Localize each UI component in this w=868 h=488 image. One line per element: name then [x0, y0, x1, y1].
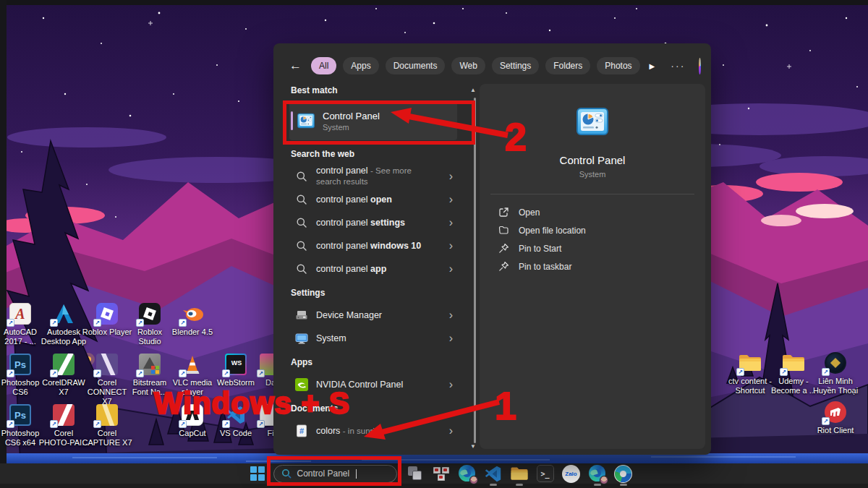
desktop-icon-label: Blender 4.5: [167, 328, 218, 337]
search-result-row[interactable]: control panel settings ›: [289, 211, 457, 234]
start-button[interactable]: [250, 466, 265, 481]
search-result-row[interactable]: System ›: [289, 327, 457, 350]
search-result-row[interactable]: Device Manager ›: [289, 304, 457, 327]
tab-all[interactable]: All: [311, 57, 336, 74]
more-filters-icon[interactable]: ▶: [647, 59, 658, 74]
search-result-row[interactable]: control panel open ›: [289, 188, 457, 211]
svg-text:#: #: [299, 427, 304, 435]
scrollbar-down-arrow[interactable]: ▼: [470, 443, 476, 450]
chevron-right-icon[interactable]: ›: [446, 171, 456, 182]
shortcut-arrow-badge: ↗: [136, 369, 144, 377]
capcut-icon: ↗: [180, 403, 205, 427]
control-panel-icon: [297, 111, 315, 130]
scrollbar-thumb[interactable]: [474, 98, 476, 443]
shortcut-arrow-badge: ↗: [257, 420, 265, 428]
search-icon: [295, 217, 308, 228]
system-icon: [295, 332, 308, 345]
taskbar-app-terminal[interactable]: >_: [535, 463, 556, 484]
overflow-menu-icon[interactable]: ···: [671, 60, 685, 72]
chevron-right-icon[interactable]: ›: [446, 379, 456, 390]
search-result-row[interactable]: control panel app ›: [289, 257, 457, 281]
tab-folders[interactable]: Folders: [545, 57, 590, 74]
folder-icon: ↗: [738, 351, 762, 374]
shortcut-arrow-badge: ↗: [222, 369, 230, 377]
shortcut-arrow-badge: ↗: [736, 368, 744, 376]
desktop-icon[interactable]: ↗Riot Client: [810, 401, 861, 435]
vscode-desktop-icon: ↗: [224, 403, 248, 427]
chevron-right-icon[interactable]: ›: [446, 240, 456, 252]
preview-title: Control Panel: [560, 154, 626, 166]
taskbar-app-file-explorer[interactable]: [509, 463, 529, 484]
section-header: Apps: [291, 357, 457, 369]
desktop-icon[interactable]: ↗Liên Minh Huyền Thoại: [810, 351, 861, 395]
photoshop-icon: Ps↗: [8, 353, 33, 376]
search-result-row[interactable]: # colors - in sunrise ›: [289, 419, 457, 442]
preview-subtitle: System: [579, 170, 606, 179]
shortcut-arrow-badge: ↗: [179, 369, 187, 377]
search-icon: [295, 240, 308, 252]
chevron-right-icon[interactable]: ›: [446, 425, 456, 437]
shortcut-arrow-badge: ↗: [50, 420, 58, 428]
corel-photo-icon: ↗: [51, 403, 76, 427]
taskbar-app-edge-profile[interactable]: [457, 463, 477, 484]
taskbar-app-unikey[interactable]: [431, 463, 451, 484]
desktop-icon[interactable]: ↗Blender 4.5: [167, 302, 218, 337]
chevron-right-icon[interactable]: ›: [446, 263, 456, 275]
colors-doc-icon: #: [295, 424, 308, 437]
lol-icon: ↗: [823, 351, 848, 374]
search-result-row[interactable]: NVIDIA Control Panel ›: [289, 373, 457, 396]
tab-web[interactable]: Web: [451, 57, 485, 74]
search-result-row[interactable]: control panel - See more search results …: [289, 165, 457, 188]
search-icon: [295, 171, 308, 182]
action-label: Pin to taskbar: [519, 262, 571, 272]
tab-documents[interactable]: Documents: [386, 57, 446, 74]
desktop-icon-label: Riot Client: [810, 426, 861, 435]
best-match-item-control-panel[interactable]: Control Panel System: [289, 101, 457, 140]
taskbar-search-value: Control Panel: [297, 468, 350, 479]
preview-action-open[interactable]: Open: [498, 203, 705, 221]
chevron-right-icon[interactable]: ›: [446, 333, 456, 344]
desktop-icon[interactable]: ↗Corel CAPTURE X7: [82, 403, 132, 448]
result-text: control panel windows 10: [316, 241, 438, 252]
shortcut-arrow-badge: ↗: [780, 368, 788, 376]
taskbar-app-zalo[interactable]: Zalo: [561, 463, 582, 484]
result-text: Device Manager: [316, 310, 438, 321]
taskbar-app-vscode[interactable]: [483, 463, 503, 484]
riot-icon: ↗: [823, 401, 848, 424]
preview-action-open-file-location[interactable]: Open file location: [498, 221, 705, 239]
desktop-icon-label: Liên Minh Huyền Thoại: [810, 377, 861, 395]
scrollbar-up-arrow[interactable]: ▲: [470, 87, 476, 93]
preview-actions: OpenOpen file locationPin to StartPin to…: [480, 194, 705, 275]
taskbar-search-box[interactable]: Control Panel: [273, 465, 397, 483]
tab-apps[interactable]: Apps: [343, 57, 378, 74]
preview-action-pin-to-taskbar[interactable]: Pin to taskbar: [498, 257, 705, 275]
chevron-right-icon[interactable]: ›: [446, 194, 456, 205]
taskbar-app-edge-profile[interactable]: [587, 463, 608, 484]
taskbar-app-coccoc[interactable]: [613, 463, 634, 484]
tab-settings[interactable]: Settings: [492, 57, 539, 74]
back-arrow-icon[interactable]: ←: [289, 59, 302, 73]
shortcut-arrow-badge: ↗: [93, 319, 101, 327]
selection-accent-bar: [291, 111, 293, 130]
tab-photos[interactable]: Photos: [597, 57, 639, 74]
chevron-right-icon[interactable]: ›: [446, 309, 456, 321]
taskbar-app-window-stack[interactable]: [405, 463, 425, 484]
result-text: NVIDIA Control Panel: [316, 380, 438, 390]
chevron-right-icon[interactable]: ›: [446, 217, 456, 228]
shortcut-arrow-badge: ↗: [257, 369, 265, 377]
roblox-studio-icon: ↗: [137, 302, 162, 325]
preview-action-pin-to-start[interactable]: Pin to Start: [498, 239, 705, 257]
result-text: System: [316, 333, 438, 344]
text-caret: [356, 469, 357, 479]
shortcut-arrow-badge: ↗: [93, 420, 101, 428]
shortcut-arrow-badge: ↗: [136, 319, 144, 327]
coreldraw-icon: ↗: [51, 353, 76, 376]
copilot-icon[interactable]: [699, 58, 701, 74]
desktop-icon-label: Corel CAPTURE X7: [82, 429, 132, 448]
folder-outline-icon: [498, 225, 509, 236]
running-indicator: [490, 484, 497, 486]
desktop-screen: A↗AutoCAD 2017 - ...↗Autodesk Desktop Ap…: [0, 0, 868, 488]
best-match-subtitle: System: [323, 123, 380, 132]
roblox-player-icon: ↗: [95, 302, 119, 325]
search-result-row[interactable]: control panel windows 10 ›: [289, 234, 457, 257]
